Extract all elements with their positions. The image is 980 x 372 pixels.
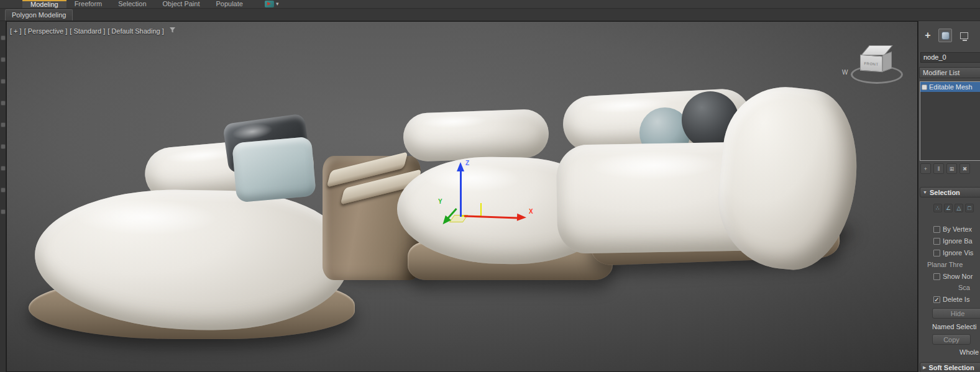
left-toolbar-button[interactable] <box>1 101 5 105</box>
ribbon-tab-freeform[interactable]: Freeform <box>66 0 111 8</box>
stack-toolbar: + ‖ ⊞ ✖ <box>918 163 980 177</box>
option-label: Planar Thre <box>927 261 963 268</box>
option-show-normals: Show Nor <box>933 272 973 281</box>
subobject-icons: ∴ ∠ △ □ <box>933 204 974 212</box>
ribbon-tab-modeling[interactable]: Modeling <box>22 0 66 8</box>
object-name-field[interactable]: node_0 <box>920 52 980 63</box>
checkbox-delete-isolated[interactable]: ✓ <box>933 296 940 303</box>
pillow-light[interactable] <box>232 137 316 203</box>
left-toolbar-button[interactable] <box>1 36 5 40</box>
polygon-icon[interactable]: □ <box>965 204 974 212</box>
left-toolbar-button[interactable] <box>1 79 5 83</box>
remove-modifier-icon[interactable]: ✖ <box>959 163 970 174</box>
ribbon-tab-selection[interactable]: Selection <box>110 0 154 8</box>
3dsmax-window: Modeling Freeform Selection Object Paint… <box>0 0 980 372</box>
checkbox-by-vertex[interactable] <box>933 226 940 233</box>
rollout-arrow-icon: ▶ <box>923 365 926 370</box>
viewcube-front-face[interactable]: FRONT <box>860 55 882 73</box>
left-toolbar-button[interactable] <box>1 58 5 61</box>
left-toolbar <box>0 21 6 372</box>
ribbon-tab-bar: Modeling Freeform Selection Object Paint… <box>0 0 980 9</box>
modifier-list-dropdown[interactable]: Modifier List <box>919 67 980 78</box>
left-toolbar-button[interactable] <box>1 188 5 192</box>
option-ignore-backfacing: Ignore Ba <box>933 237 973 245</box>
gizmo-y-label: Y <box>438 198 442 205</box>
checkbox-ignore-visible[interactable] <box>933 250 940 256</box>
option-delete-isolated: ✓ Delete Is <box>933 295 969 304</box>
command-panel: + node_0 Modifier List Editable Mesh + ‖… <box>918 21 980 372</box>
left-toolbar-button[interactable] <box>1 123 5 127</box>
vertex-icon[interactable]: ∴ <box>933 204 942 212</box>
rollout-arrow-icon: ▼ <box>923 190 927 194</box>
edge-icon[interactable]: ∠ <box>944 204 953 212</box>
option-ignore-visible: Ignore Vis <box>933 248 973 257</box>
rollout-title: Selection <box>930 189 960 196</box>
viewport-menu-pov[interactable]: [ Perspective ] <box>24 27 68 35</box>
show-end-result-icon[interactable]: ‖ <box>933 163 944 174</box>
option-scale: Sca <box>958 283 970 292</box>
soft-selection-rollout-header[interactable]: ▶ Soft Selection <box>920 362 980 372</box>
checkbox-ignore-backfacing[interactable] <box>933 238 940 245</box>
selection-rollout-header[interactable]: ▼ Selection <box>920 187 980 197</box>
viewport-menu-renderer[interactable]: [ Standard ] <box>70 27 105 35</box>
rollout-title: Soft Selection <box>928 364 974 371</box>
modify-glyph-icon <box>941 32 950 40</box>
polygon-modeling-tab[interactable]: Polygon Modeling <box>5 9 73 20</box>
hide-button[interactable]: Hide <box>932 308 980 319</box>
gizmo-plane-edge[interactable] <box>480 203 482 216</box>
selection-status-label: Whole <box>959 348 979 356</box>
option-planar-threshold: Planar Thre <box>927 260 963 269</box>
option-by-vertex: By Vertex <box>933 225 972 234</box>
ribbon-config-icon <box>265 1 274 7</box>
left-toolbar-button[interactable] <box>1 145 5 148</box>
viewport[interactable]: [ + ] [ Perspective ] [ Standard ] [ Def… <box>6 21 918 372</box>
pin-stack-icon[interactable]: + <box>920 163 931 174</box>
display-tab-icon[interactable] <box>957 29 971 42</box>
viewport-menu-shading[interactable]: [ Default Shading ] <box>108 27 164 35</box>
viewport-label: [ + ] [ Perspective ] [ Standard ] [ Def… <box>10 27 176 35</box>
ribbon-tab-object-paint[interactable]: Object Paint <box>155 0 208 8</box>
left-toolbar-button[interactable] <box>1 166 5 170</box>
face-icon[interactable]: △ <box>955 204 963 212</box>
plus-icon: + <box>925 30 930 40</box>
copy-button[interactable]: Copy <box>932 334 971 345</box>
mesh-icon <box>922 84 927 90</box>
ribbon-config-button[interactable]: ▾ <box>265 0 279 8</box>
gizmo-z-arrow-icon[interactable] <box>457 162 464 171</box>
option-label: Ignore Ba <box>943 237 973 245</box>
stack-item-label: Editable Mesh <box>929 83 973 91</box>
modifier-stack[interactable]: Editable Mesh <box>920 81 980 161</box>
gizmo-z-label: Z <box>465 160 469 166</box>
stack-item-editable-mesh[interactable]: Editable Mesh <box>920 82 980 92</box>
viewcube-west-label: W <box>842 69 848 76</box>
modify-tab-icon[interactable] <box>938 29 952 42</box>
gizmo-x-arrow-icon[interactable] <box>517 214 526 222</box>
gizmo-x-label: X <box>529 208 533 215</box>
option-label: By Vertex <box>943 225 972 233</box>
option-label: Show Nor <box>943 273 973 280</box>
option-label: Ignore Vis <box>943 249 973 256</box>
filter-icon[interactable] <box>169 27 176 35</box>
chevron-down-icon: ▾ <box>276 1 279 7</box>
main-area: [ + ] [ Perspective ] [ Standard ] [ Def… <box>0 21 980 372</box>
checkbox-show-normals[interactable] <box>933 273 940 280</box>
option-label: Sca <box>958 284 970 291</box>
gizmo-z-axis[interactable] <box>460 171 462 217</box>
viewport-menu-general[interactable]: [ + ] <box>10 27 22 35</box>
ribbon-tab-populate[interactable]: Populate <box>208 0 250 8</box>
display-glyph-icon <box>960 32 968 39</box>
option-label: Delete Is <box>943 296 969 303</box>
viewcube[interactable]: W FRONT <box>840 40 912 93</box>
make-unique-icon[interactable]: ⊞ <box>946 163 957 174</box>
left-toolbar-button[interactable] <box>1 210 5 214</box>
ribbon-panel-row: Polygon Modeling <box>0 9 980 21</box>
viewcube-right-face[interactable] <box>882 52 892 71</box>
named-selections-label: Named Selecti <box>932 323 977 330</box>
create-tab-icon[interactable]: + <box>921 29 935 42</box>
sofa-middle-backrest[interactable] <box>403 109 550 162</box>
